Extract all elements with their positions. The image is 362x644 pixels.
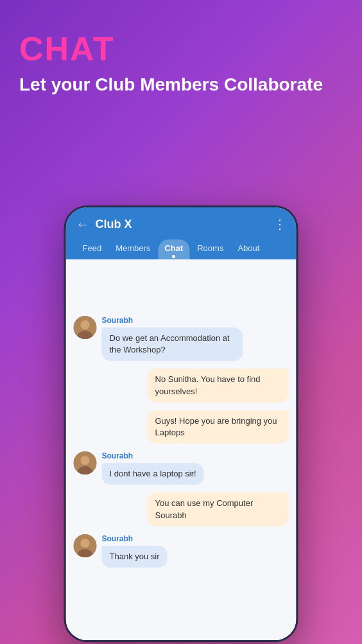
message-row: No Sunitha. You have to find yourselves!: [74, 369, 289, 402]
message-bubble: Guys! Hope you are bringing you Laptops: [148, 410, 289, 444]
tab-feed[interactable]: Feed: [76, 239, 108, 259]
message-bubble: No Sunitha. You have to find yourselves!: [148, 369, 289, 402]
message-row: Sourabh Do we get an Accommodation at th…: [74, 316, 289, 361]
message-content: Sourabh Thank you sir: [102, 534, 168, 568]
header-section: CHAT Let your Club Members Collaborate: [0, 0, 362, 109]
message-bubble: Do we get an Accommodation at the Worksh…: [102, 327, 243, 361]
nav-tabs: Feed Members Chat Rooms About: [76, 239, 286, 259]
more-options-icon[interactable]: ⋮: [273, 216, 286, 232]
chat-spacer: [74, 270, 289, 308]
phone-frame: ← Club X ⋮ Feed Members Chat Rooms About: [64, 205, 298, 642]
message-sender: Sourabh: [102, 316, 243, 325]
phone-mockup: ← Club X ⋮ Feed Members Chat Rooms About: [64, 205, 298, 642]
tab-members[interactable]: Members: [109, 239, 157, 259]
message-row: Sourabh I dont have a laptop sir!: [74, 451, 289, 485]
page-title: CHAT: [19, 32, 343, 65]
club-name: Club X: [96, 218, 273, 231]
svg-point-1: [81, 320, 90, 329]
message-content: You can use my Computer Sourabh: [148, 492, 289, 526]
page-subtitle: Let your Club Members Collaborate: [19, 73, 343, 96]
avatar: [74, 316, 97, 339]
avatar: [74, 451, 97, 474]
message-bubble: You can use my Computer Sourabh: [148, 492, 289, 526]
top-bar: ← Club X ⋮ Feed Members Chat Rooms About: [66, 207, 297, 259]
message-bubble: I dont have a laptop sir!: [102, 463, 204, 485]
tab-about[interactable]: About: [231, 239, 266, 259]
message-content: Sourabh Do we get an Accommodation at th…: [102, 316, 243, 361]
back-arrow-icon[interactable]: ←: [76, 217, 89, 232]
message-content: No Sunitha. You have to find yourselves!: [148, 369, 289, 402]
avatar: [74, 534, 97, 557]
message-sender: Sourabh: [102, 451, 204, 460]
message-content: Sourabh I dont have a laptop sir!: [102, 451, 204, 485]
svg-point-7: [81, 539, 90, 548]
message-row: Guys! Hope you are bringing you Laptops: [74, 410, 289, 444]
message-row: You can use my Computer Sourabh: [74, 492, 289, 526]
message-content: Guys! Hope you are bringing you Laptops: [148, 410, 289, 444]
phone-screen: ← Club X ⋮ Feed Members Chat Rooms About: [66, 207, 297, 640]
top-bar-row: ← Club X ⋮: [76, 216, 286, 232]
tab-rooms[interactable]: Rooms: [191, 239, 230, 259]
chat-area: Sourabh Do we get an Accommodation at th…: [66, 259, 297, 640]
tab-chat[interactable]: Chat: [158, 239, 189, 259]
message-row: Sourabh Thank you sir: [74, 534, 289, 568]
message-sender: Sourabh: [102, 534, 168, 543]
svg-point-4: [81, 456, 90, 465]
message-bubble: Thank you sir: [102, 546, 168, 568]
